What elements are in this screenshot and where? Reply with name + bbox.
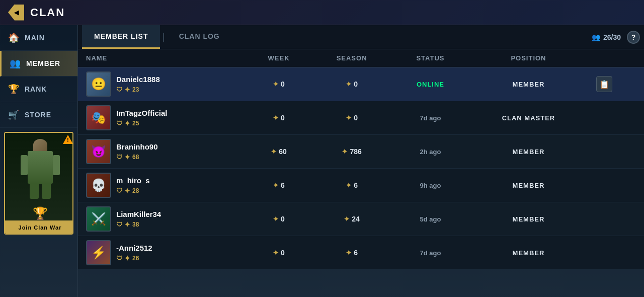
week-cell: ✦0: [246, 202, 311, 236]
season-star: ✦: [344, 215, 350, 223]
week-value: 0: [281, 80, 285, 88]
shield-icon: 🛡: [116, 187, 122, 194]
season-score: ✦0: [319, 80, 384, 88]
player-info: Braninho90 🛡 ✦ 68: [116, 142, 158, 161]
season-cell: ✦6: [311, 169, 392, 202]
clan-war-banner[interactable]: ! 🏆 Join Cl: [4, 132, 73, 235]
position-cell: MEMBER: [469, 236, 589, 270]
player-cell: 😈 Braninho90 🛡 ✦ 68: [86, 139, 238, 164]
table-row: ⚡ -Anni2512 🛡 ✦ 26 ✦0✦67d agoMEMBER: [78, 236, 644, 270]
player-cell: ⚔️ LiamKiller34 🛡 ✦ 38: [86, 206, 238, 232]
position-label: MEMBER: [513, 182, 545, 189]
store-icon: 🛒: [8, 109, 20, 120]
status-ago: 9h ago: [420, 182, 441, 189]
tab-member-list[interactable]: MEMBER LIST: [82, 25, 160, 49]
action-cell[interactable]: 📋: [588, 67, 644, 101]
avatar-icon: 😈: [91, 144, 106, 159]
player-cell: 🎭 ImTagzOfficial 🛡 ✦ 25: [86, 105, 238, 130]
content-area: MEMBER LIST | CLAN LOG 👥 26/30 ? NAME: [78, 25, 644, 297]
position-cell: MEMBER: [469, 202, 589, 236]
sidebar-label-main: MAIN: [25, 34, 45, 42]
help-button[interactable]: ?: [627, 31, 640, 44]
season-value: 0: [354, 80, 358, 88]
week-score: ✦0: [254, 215, 303, 223]
avatar-icon: ⚡: [91, 246, 106, 260]
season-score: ✦0: [319, 114, 384, 122]
back-icon: ◀: [14, 9, 19, 16]
avatar-icon: ⚔️: [91, 212, 106, 226]
sidebar-item-store[interactable]: 🛒 STORE: [0, 102, 77, 128]
player-info: m_hiro_s 🛡 ✦ 28: [116, 176, 150, 195]
star-icon: ✦: [124, 119, 130, 127]
status-ago: 7d ago: [420, 249, 441, 257]
tab-clan-log[interactable]: CLAN LOG: [167, 25, 232, 49]
trophy-icon: 🏆: [33, 206, 48, 220]
season-value: 6: [354, 249, 358, 257]
player-name-cell: 🎭 ImTagzOfficial 🛡 ✦ 25: [78, 101, 246, 135]
player-cell: ⚡ -Anni2512 🛡 ✦ 26: [86, 240, 238, 265]
player-cell: 😐 Danielc1888 🛡 ✦ 23: [86, 71, 238, 97]
col-week: WEEK: [246, 49, 311, 67]
player-cell: 💀 m_hiro_s 🛡 ✦ 28: [86, 173, 238, 198]
sidebar-label-rank: RANK: [25, 85, 47, 93]
status-badge: ONLINE: [417, 81, 444, 88]
week-value: 0: [281, 215, 285, 223]
player-stats: 🛡 ✦ 68: [116, 153, 158, 161]
sidebar: 🏠 MAIN 👥 MEMBER 🏆 RANK 🛒 STORE !: [0, 25, 78, 297]
table-row: 😈 Braninho90 🛡 ✦ 68 ✦60✦7862h agoMEMBER: [78, 135, 644, 169]
week-score: ✦6: [254, 181, 303, 189]
header: ◀ CLAN: [0, 0, 644, 25]
action-button[interactable]: 📋: [596, 76, 612, 92]
week-score: ✦0: [254, 114, 303, 122]
shield-icon: 🛡: [116, 86, 122, 93]
status-cell: 7d ago: [392, 236, 468, 270]
position-label: MEMBER: [513, 81, 545, 88]
week-value: 0: [281, 114, 285, 122]
week-star: ✦: [273, 181, 279, 189]
position-cell: MEMBER: [469, 67, 589, 101]
table-header-row: NAME WEEK SEASON STATUS POSITION: [78, 49, 644, 67]
table-row: 💀 m_hiro_s 🛡 ✦ 28 ✦6✦69h agoMEMBER: [78, 169, 644, 202]
season-cell: ✦786: [311, 135, 392, 169]
rank-icon: 🏆: [8, 84, 20, 95]
main-layout: 🏠 MAIN 👥 MEMBER 🏆 RANK 🛒 STORE !: [0, 25, 644, 297]
season-star: ✦: [342, 147, 348, 156]
sidebar-item-main[interactable]: 🏠 MAIN: [0, 25, 77, 51]
soldier-figure: [28, 139, 53, 199]
season-cell: ✦6: [311, 236, 392, 270]
player-info: Danielc1888 🛡 ✦ 23: [116, 75, 160, 94]
season-value: 786: [350, 147, 361, 156]
player-stats: 🛡 ✦ 26: [116, 254, 152, 262]
avatar: 🎭: [86, 105, 111, 130]
table-row: 🎭 ImTagzOfficial 🛡 ✦ 25 ✦0✦07d agoCLAN M…: [78, 101, 644, 135]
page-title: CLAN: [30, 6, 65, 19]
player-score: 28: [132, 187, 139, 194]
col-status: STATUS: [392, 49, 468, 67]
shield-icon: 🛡: [116, 120, 122, 127]
member-icon: 👥: [10, 58, 21, 69]
star-icon: ✦: [124, 220, 130, 229]
position-cell: CLAN MASTER: [469, 101, 589, 135]
week-star: ✦: [273, 114, 279, 122]
player-username: LiamKiller34: [116, 210, 161, 218]
week-score: ✦0: [254, 80, 303, 88]
star-icon: ✦: [124, 153, 130, 161]
season-star: ✦: [346, 181, 352, 189]
action-cell: [588, 101, 644, 135]
sidebar-item-member[interactable]: 👥 MEMBER: [0, 51, 77, 77]
status-ago: 2h ago: [420, 148, 441, 156]
avatar-icon: 💀: [91, 178, 106, 192]
player-info: ImTagzOfficial 🛡 ✦ 25: [116, 109, 167, 127]
week-star: ✦: [273, 249, 279, 257]
status-cell: 9h ago: [392, 169, 468, 202]
season-score: ✦6: [319, 249, 384, 257]
sidebar-item-rank[interactable]: 🏆 RANK: [0, 77, 77, 102]
week-star: ✦: [273, 215, 279, 223]
member-count: 👥 26/30: [586, 33, 627, 41]
back-button[interactable]: ◀: [8, 5, 24, 21]
player-username: -Anni2512: [116, 244, 152, 252]
star-icon: ✦: [124, 187, 130, 195]
season-star: ✦: [346, 249, 352, 257]
week-value: 6: [281, 181, 285, 189]
status-cell: 5d ago: [392, 202, 468, 236]
